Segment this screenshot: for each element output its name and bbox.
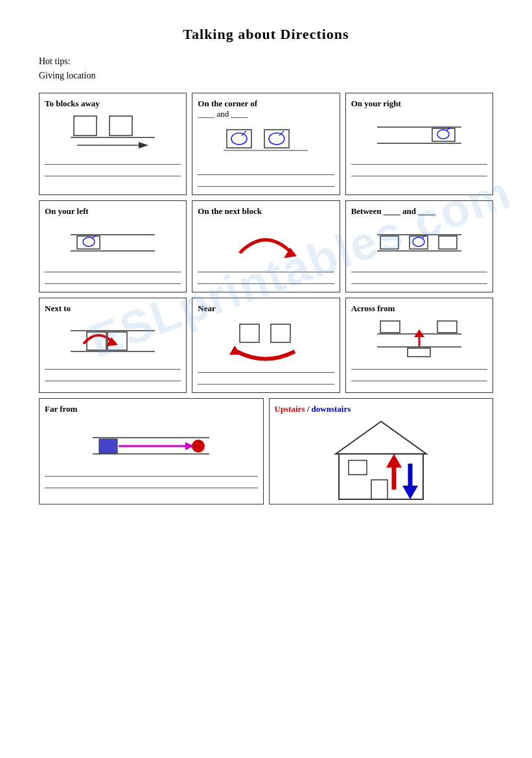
svg-line-29 — [422, 235, 426, 239]
card-title-across-from: Across from — [351, 303, 487, 314]
card-across-from: Across from — [345, 298, 493, 393]
svg-line-21 — [92, 235, 97, 239]
card-upstairs-downstairs: Upstairs / downstairs — [269, 398, 494, 504]
svg-point-20 — [83, 237, 95, 246]
page-title: Talking about Directions — [39, 26, 493, 43]
svg-point-28 — [413, 237, 424, 246]
svg-line-16 — [446, 127, 450, 131]
card-title-next-block: On the next block — [198, 206, 334, 217]
svg-rect-44 — [408, 348, 430, 357]
illustration-to-blocks-away — [45, 113, 181, 152]
card-title-between: Between ____ and ____ — [351, 206, 487, 217]
svg-point-9 — [269, 133, 284, 145]
illustration-next-to — [45, 318, 181, 357]
svg-marker-56 — [386, 454, 402, 468]
svg-marker-43 — [414, 329, 424, 337]
card-title-far-from: Far from — [45, 404, 258, 414]
card-lines-on-left — [45, 263, 181, 284]
illustration-near — [198, 318, 334, 360]
card-lines-next-block — [198, 263, 334, 284]
svg-marker-58 — [402, 486, 418, 499]
svg-rect-36 — [271, 324, 290, 342]
card-title-upstairs-downstairs: Upstairs / downstairs — [275, 404, 488, 414]
svg-rect-6 — [264, 130, 289, 148]
card-title-near: Near — [198, 303, 334, 314]
illustration-across-from — [351, 318, 487, 357]
card-title-next-to: Next to — [45, 303, 181, 314]
directions-grid: To blocks away On the corner of____ and … — [39, 93, 493, 393]
card-far-from: Far from — [39, 398, 264, 504]
illustration-far-from — [45, 418, 258, 464]
card-title-on-right: On your right — [351, 99, 487, 109]
svg-marker-37 — [229, 346, 241, 355]
card-between: Between ____ and ____ — [345, 200, 493, 292]
svg-point-7 — [231, 133, 247, 145]
svg-rect-38 — [380, 321, 400, 333]
illustration-between — [351, 220, 487, 259]
svg-marker-4 — [139, 142, 148, 148]
card-lines-to-blocks-away — [45, 156, 181, 176]
card-lines-between — [351, 263, 487, 284]
card-to-blocks-away: To blocks away — [39, 93, 187, 195]
card-lines-on-right — [351, 156, 487, 176]
card-lines-near — [198, 364, 334, 385]
card-on-corner: On the corner of____ and ____ — [192, 93, 340, 195]
card-title-on-left: On your left — [45, 206, 181, 217]
svg-point-50 — [192, 440, 205, 453]
illustration-on-corner — [198, 123, 334, 162]
svg-rect-25 — [380, 236, 399, 249]
illustration-next-block — [198, 220, 334, 259]
svg-rect-35 — [240, 324, 259, 342]
illustration-upstairs-downstairs — [275, 418, 488, 496]
illustration-on-left — [45, 220, 181, 259]
card-title-on-corner: On the corner of____ and ____ — [198, 99, 334, 119]
hot-tips: Hot tips: Giving location — [39, 54, 493, 84]
svg-rect-14 — [432, 128, 455, 141]
svg-rect-54 — [371, 480, 387, 499]
illustration-on-right — [351, 113, 487, 152]
card-next-block: On the next block — [192, 200, 340, 292]
svg-rect-53 — [349, 460, 367, 475]
svg-rect-19 — [77, 236, 100, 249]
svg-rect-27 — [439, 236, 457, 249]
card-lines-next-to — [45, 361, 181, 381]
svg-rect-39 — [437, 321, 457, 333]
card-on-right: On your right — [345, 93, 493, 195]
card-lines-across-from — [351, 361, 487, 381]
svg-rect-1 — [110, 116, 132, 136]
card-lines-far-from — [45, 468, 258, 488]
card-next-to: Next to — [39, 298, 187, 393]
svg-rect-26 — [410, 236, 428, 249]
svg-rect-0 — [74, 116, 97, 136]
svg-rect-5 — [227, 130, 251, 148]
svg-marker-51 — [336, 421, 426, 454]
card-on-left: On your left — [39, 200, 187, 292]
card-near: Near — [192, 298, 340, 393]
svg-rect-47 — [99, 439, 117, 453]
bottom-grid: Far from Upstairs / downstairs — [39, 398, 493, 504]
svg-point-15 — [437, 130, 449, 139]
card-lines-on-corner — [198, 166, 334, 187]
card-title-to-blocks-away: To blocks away — [45, 99, 181, 109]
